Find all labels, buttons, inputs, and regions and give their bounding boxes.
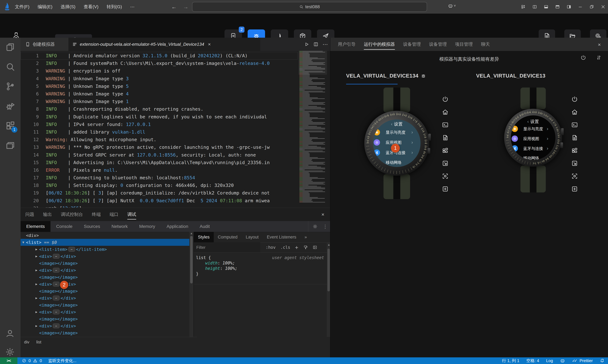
layout-toggle-layout-right[interactable] (566, 4, 572, 10)
log-output-view[interactable]: 1INFO | Android emulator version 32.1.15… (21, 51, 330, 208)
back-chevron-icon[interactable]: ‹ (528, 119, 529, 124)
device-control-log-icon[interactable] (442, 134, 449, 141)
new-rule-icon[interactable]: + (295, 244, 298, 250)
devtools-tab-Application[interactable]: Application (161, 221, 194, 232)
remote-indicator[interactable]: >< (0, 357, 17, 364)
window-minimize-button[interactable] (578, 4, 583, 10)
css-rule[interactable]: list { user agent stylesheet width: 100%… (194, 252, 330, 276)
menu-⋯[interactable]: ⋯ (130, 4, 135, 10)
emulator-tab-项目管理-4[interactable]: 项目管理 (455, 38, 473, 51)
ellipsis-expander[interactable]: ⋯ (68, 247, 75, 252)
sidebar-library[interactable] (5, 140, 15, 150)
ellipsis-expander[interactable]: ⋯ (53, 268, 60, 273)
panel-tab-终端[interactable]: 终端 (92, 208, 101, 221)
tree-row[interactable]: <image></image> (21, 287, 189, 295)
emulator-tab-用户引导-0[interactable]: 用户引导 (338, 38, 356, 51)
tab-extension-output[interactable]: extension-output-vela.aiot-emulator-#5-V… (68, 38, 260, 51)
more-actions-icon[interactable]: ⋯ (323, 41, 328, 48)
watch-menu-显示与亮度[interactable]: 显示与亮度› (511, 125, 555, 133)
tree-row[interactable]: <image></image> (21, 274, 189, 281)
panel-tab-调试控制台[interactable]: 调试控制台 (61, 208, 83, 221)
watch-screen[interactable]: ‹设置显示与亮度›应用视图›蓝牙与连接›移动网络 (373, 119, 421, 167)
sidebar-run-debug[interactable] (5, 101, 15, 111)
panel-tab-输出[interactable]: 输出 (43, 208, 52, 221)
tree-row[interactable]: <image></image> (21, 329, 189, 336)
ellipsis-expander[interactable]: ⋯ (53, 282, 60, 286)
run-icon[interactable] (304, 42, 309, 47)
layout-toggle-layout-panel-bottom[interactable] (543, 4, 549, 10)
menu-转到(G)[interactable]: 转到(G) (107, 4, 122, 10)
panel-tab-调试[interactable]: 调试 (127, 208, 136, 221)
panel-close-icon[interactable]: × (321, 212, 324, 218)
devtools-tab-Elements[interactable]: Elements (21, 221, 51, 232)
device-control-log-icon[interactable] (571, 134, 578, 141)
emulator-tab-设备管理-2[interactable]: 设备管理 (403, 38, 421, 51)
device-control-apps-icon[interactable] (571, 147, 578, 154)
indentation[interactable]: 空格: 4 (526, 358, 539, 364)
layout-toggle-layout-grid[interactable] (521, 4, 526, 10)
scroll-thumb[interactable] (328, 249, 330, 291)
expand-arrow-icon[interactable]: ▶ (34, 296, 39, 300)
emulator-tab-运行中的模拟器-1[interactable]: 运行中的模拟器 (364, 38, 395, 51)
scroll-thumb[interactable] (190, 236, 193, 284)
window-restore-button[interactable] (589, 4, 595, 10)
paint-icon[interactable] (303, 245, 308, 250)
css-property[interactable]: height: 100%; (196, 266, 330, 271)
tree-row[interactable]: <image></image> (21, 315, 189, 322)
tree-row[interactable]: ▶<div>⋯</div> (21, 309, 189, 315)
expand-arrow-icon[interactable]: ▶ (34, 254, 39, 258)
device-control-terminal-icon[interactable] (442, 122, 449, 128)
copilot-status-icon[interactable] (560, 358, 565, 363)
devtools-tab-Audit[interactable]: Audit (194, 221, 215, 232)
menu-编辑(E)[interactable]: 编辑(E) (38, 4, 53, 10)
device-control-fullscreen-icon[interactable] (571, 173, 578, 180)
menu-选择(S)[interactable]: 选择(S) (61, 4, 75, 10)
devtools-kebab-icon[interactable]: ⋮ (323, 224, 328, 229)
watch-menu-移动网络[interactable]: 移动网络 (511, 154, 555, 160)
tree-row[interactable]: <image></image> (21, 301, 189, 309)
styles-tab-»[interactable]: » (300, 232, 311, 242)
devtools-tab-Network[interactable]: Network (106, 221, 133, 232)
tree-row[interactable]: ▶<div>⋯</div> (21, 322, 189, 329)
problems-summary[interactable]: 0 0 (22, 358, 42, 363)
sidebar-source-control[interactable] (5, 81, 15, 91)
scroll-up-icon[interactable]: ▲ (189, 232, 194, 235)
tree-row[interactable]: ▼<list> == $0 (21, 239, 189, 246)
language-mode[interactable]: Log (546, 358, 553, 363)
sidebar-account[interactable] (5, 328, 15, 339)
split-editor-icon[interactable] (313, 42, 318, 47)
device-control-resize-icon[interactable] (442, 160, 449, 167)
menu-文件(F)[interactable]: 文件(F) (15, 4, 29, 10)
expand-arrow-icon[interactable]: ▼ (21, 240, 26, 244)
expand-arrow-icon[interactable]: ▶ (34, 247, 39, 251)
notifications-bell-icon[interactable] (600, 358, 605, 363)
devtools-tab-Sources[interactable]: Sources (78, 221, 106, 232)
sidebar-settings-gear[interactable] (5, 347, 15, 357)
tab-create-emulator[interactable]: 创建模拟器 (21, 38, 73, 51)
dom-tree[interactable]: <div>▼<list> == $0▶<list-item>⋯</list-it… (21, 232, 189, 337)
breadcrumb-item-div[interactable]: div (24, 340, 29, 345)
devtools-tab-Console[interactable]: Console (51, 221, 78, 232)
layout-toggle-layout-columns[interactable] (532, 4, 537, 10)
panel-tab-问题[interactable]: 问题 (25, 208, 34, 221)
watch-menu-蓝牙与连接[interactable]: 蓝牙与连接› (511, 145, 555, 152)
expand-arrow-icon[interactable]: ▶ (34, 310, 39, 314)
watch-menu-应用视图[interactable]: 应用视图› (511, 135, 555, 143)
watch-menu-显示与亮度[interactable]: 显示与亮度› (373, 129, 421, 136)
device-control-add-icon[interactable] (571, 186, 578, 192)
cursor-position[interactable]: 行 1, 列 1 (502, 358, 519, 364)
power-icon[interactable] (581, 55, 586, 60)
ellipsis-expander[interactable]: ⋯ (53, 324, 60, 328)
breadcrumb-item-list[interactable]: list (36, 340, 41, 345)
device-control-resize-icon[interactable] (571, 160, 578, 167)
window-close-button[interactable] (600, 4, 606, 10)
ellipsis-expander[interactable]: ⋯ (53, 296, 60, 300)
device-control-power-icon[interactable] (571, 96, 578, 103)
expand-arrow-icon[interactable]: ▶ (34, 268, 39, 272)
pseudo-state-toggle[interactable]: :hov (266, 245, 276, 250)
devtools-settings-gear-icon[interactable] (313, 224, 317, 229)
panel-close-icon[interactable]: × (598, 42, 601, 48)
tree-row[interactable]: ▶<div>⋯</div> (21, 253, 189, 260)
layout-toggle-layout-panel-top[interactable] (555, 4, 560, 10)
back-chevron-icon[interactable]: ‹ (391, 122, 393, 127)
